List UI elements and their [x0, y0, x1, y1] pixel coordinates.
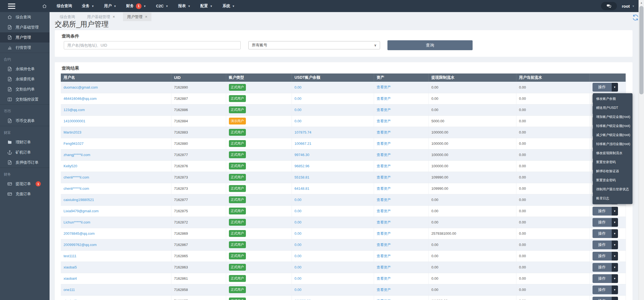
sidebar-item-交割场控设置[interactable]: 交割场控设置	[0, 94, 50, 104]
usdt-balance-link[interactable]: 0.00	[295, 198, 301, 202]
account-type-select[interactable]: 所有账号 ∨	[248, 41, 380, 49]
usdt-balance-link[interactable]: 0.00	[295, 276, 301, 281]
menu-item-转移账户冻结金额(root)[interactable]: 转移账户冻结金额(root)	[593, 140, 633, 149]
scrollbar-thumb[interactable]	[639, 6, 643, 94]
view-assets-link[interactable]: 查看资产	[377, 254, 391, 258]
usdt-balance-link[interactable]: 0.00	[295, 265, 301, 269]
close-icon[interactable]: ✕	[113, 15, 115, 19]
view-assets-link[interactable]: 查看资产	[377, 186, 391, 191]
view-assets-link[interactable]: 查看资产	[377, 299, 391, 300]
username-link[interactable]: caixiuling19880521	[64, 198, 94, 202]
username-link[interactable]: Kelly520	[64, 164, 77, 168]
view-assets-link[interactable]: 查看资产	[377, 276, 391, 281]
chevron-down-icon[interactable]: ▼	[612, 229, 618, 238]
view-assets-link[interactable]: 查看资产	[377, 85, 391, 89]
username-link[interactable]: 200999762@qq.com	[64, 243, 97, 247]
view-assets-link[interactable]: 查看资产	[377, 265, 391, 269]
menu-item-重置登录密码[interactable]: 重置登录密码	[593, 158, 633, 167]
nav-item-配置[interactable]: 配置▼	[200, 4, 213, 9]
menu-item-修改账户余额[interactable]: 修改账户余额	[593, 94, 633, 103]
view-assets-link[interactable]: 查看资产	[377, 198, 391, 202]
usdt-balance-link[interactable]: 100667.21	[295, 141, 311, 146]
sidebar-item-综合查询[interactable]: 综合查询	[0, 12, 50, 22]
view-assets-link[interactable]: 查看资产	[377, 243, 391, 247]
action-button[interactable]: 操作▼	[593, 285, 618, 294]
username-link[interactable]: xiaobai3	[64, 299, 77, 300]
username-link[interactable]: chenli*****il.com	[64, 186, 89, 191]
nav-item-home[interactable]	[42, 4, 47, 9]
usdt-balance-link[interactable]: 0.00	[295, 85, 301, 89]
usdt-balance-link[interactable]: 0.00	[295, 209, 301, 213]
menu-item-重置资金密码[interactable]: 重置资金密码	[593, 176, 633, 185]
sidebar-item-提现订单[interactable]: 提现订单1	[0, 179, 50, 189]
sidebar-item-交割合约单[interactable]: 交割合约单	[0, 84, 50, 94]
action-button[interactable]: 操作▼	[593, 229, 618, 238]
chevron-down-icon[interactable]: ▼	[612, 83, 618, 92]
nav-item-业务[interactable]: 业务▼	[82, 4, 94, 9]
view-assets-link[interactable]: 查看资产	[377, 108, 391, 112]
usdt-balance-link[interactable]: 0.00	[295, 119, 301, 123]
nav-item-用户[interactable]: 用户▼	[104, 4, 116, 9]
close-icon[interactable]: ✕	[145, 15, 147, 19]
username-link[interactable]: 123@qq.com	[64, 108, 85, 112]
refresh-button[interactable]	[632, 14, 639, 21]
chevron-down-icon[interactable]: ▼	[612, 218, 618, 227]
nav-item-综合查询[interactable]: 综合查询	[57, 4, 72, 9]
usdt-balance-link[interactable]: 0.00	[295, 288, 301, 292]
menu-item-增加账户锁定金额(root)[interactable]: 增加账户锁定金额(root)	[593, 112, 633, 121]
username-link[interactable]: one111	[64, 288, 75, 292]
nav-item-系统[interactable]: 系统▼	[222, 4, 235, 9]
action-button[interactable]: 操作▼	[593, 83, 618, 92]
usdt-balance-link[interactable]: 0.00	[295, 254, 301, 258]
chevron-down-icon[interactable]: ▼	[612, 252, 618, 261]
tab-用户管理[interactable]: 用户管理✕	[123, 13, 151, 21]
usdt-balance-link[interactable]: 107875.74	[295, 130, 311, 134]
username-link[interactable]: Feng941027	[64, 141, 84, 146]
chevron-down-icon[interactable]: ▼	[612, 240, 618, 249]
username-link[interactable]: 20078845@qq.com	[64, 231, 95, 236]
username-link[interactable]: 464416046@qq.com	[64, 97, 97, 101]
action-button[interactable]: 操作▼	[593, 207, 618, 216]
usdt-balance-link[interactable]: 64148.81	[295, 186, 309, 191]
action-button[interactable]: 操作▼	[593, 240, 618, 249]
usdt-balance-link[interactable]: 55158.81	[295, 175, 309, 179]
usdt-balance-link[interactable]: 96852.96	[295, 164, 309, 168]
action-button[interactable]: 操作▼	[593, 274, 618, 283]
usdt-balance-link[interactable]: 111000.00	[295, 299, 311, 300]
search-button[interactable]: 查询	[387, 40, 473, 50]
nav-item-报表[interactable]: 报表▼	[178, 4, 191, 9]
action-button[interactable]: 操作▼	[593, 218, 618, 227]
chevron-down-icon[interactable]: ▼	[612, 285, 618, 294]
view-assets-link[interactable]: 查看资产	[377, 141, 391, 146]
menu-item-减少账户锁定金额(root)[interactable]: 减少账户锁定金额(root)	[593, 131, 633, 140]
usdt-balance-link[interactable]: 99746.30	[295, 153, 309, 157]
chevron-down-icon[interactable]: ▼	[612, 297, 618, 300]
usdt-balance-link[interactable]: 0.00	[295, 97, 301, 101]
sidebar-item-矿机订单[interactable]: 矿机订单	[0, 147, 50, 157]
view-assets-link[interactable]: 查看资产	[377, 220, 391, 224]
view-assets-link[interactable]: 查看资产	[377, 164, 391, 168]
view-assets-link[interactable]: 查看资产	[377, 119, 391, 123]
nav-item-C2C[interactable]: C2C▼	[156, 4, 168, 8]
view-assets-link[interactable]: 查看资产	[377, 209, 391, 213]
view-assets-link[interactable]: 查看资产	[377, 175, 391, 179]
user-menu[interactable]: root ▼	[622, 4, 635, 9]
menu-item-强制用户退出登录状态[interactable]: 强制用户退出登录状态	[593, 185, 633, 194]
view-assets-link[interactable]: 查看资产	[377, 288, 391, 292]
search-input[interactable]	[64, 41, 241, 49]
username-link[interactable]: test1111	[64, 254, 76, 258]
sidebar-item-永续委托单[interactable]: 永续委托单	[0, 74, 50, 84]
chevron-down-icon[interactable]: ▼	[612, 263, 618, 272]
view-assets-link[interactable]: 查看资产	[377, 153, 391, 157]
sidebar-item-币币交易单[interactable]: 币币交易单	[0, 116, 50, 126]
usdt-balance-link[interactable]: 0.00	[295, 243, 301, 247]
username-link[interactable]: Lixia9479@gmail.com	[64, 209, 99, 213]
username-link[interactable]: chenli*****il.com	[64, 175, 89, 179]
usdt-balance-link[interactable]: 0.00	[295, 220, 301, 224]
sidebar-item-行情管理[interactable]: 行情管理	[0, 43, 50, 53]
sidebar-item-永续持仓单[interactable]: 永续持仓单	[0, 64, 50, 74]
username-link[interactable]: Martin2023	[64, 130, 81, 134]
scroll-up-icon[interactable]: ▲	[639, 0, 644, 5]
nav-item-财务[interactable]: 财务1▼	[126, 3, 146, 9]
menu-item-转移账户锁定金额(root)[interactable]: 转移账户锁定金额(root)	[593, 121, 633, 131]
